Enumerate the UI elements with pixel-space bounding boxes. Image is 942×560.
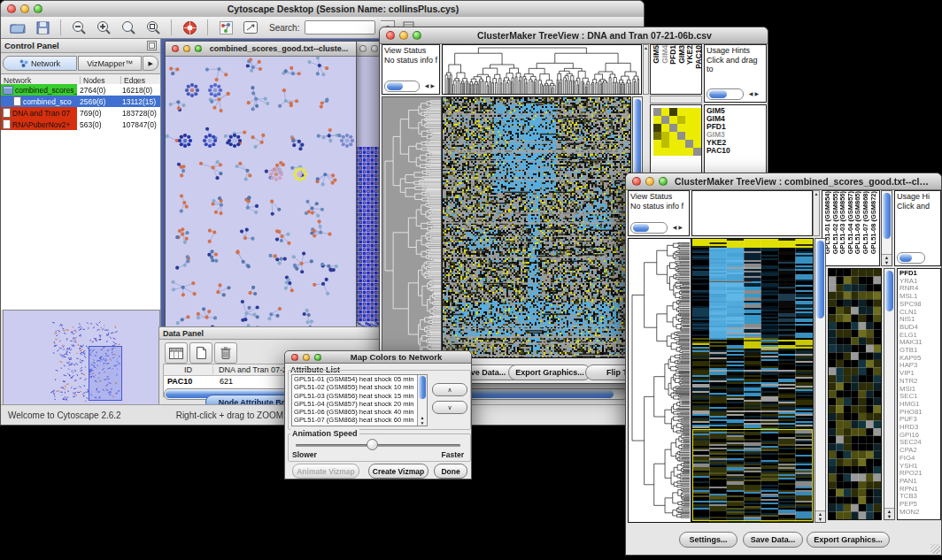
scroll-up-icon[interactable]: ▲	[644, 45, 648, 50]
zoom-button[interactable]	[659, 177, 668, 186]
gene-list-scrollbar[interactable]: ▲▼	[884, 268, 895, 520]
network-view-canvas[interactable]	[166, 57, 354, 332]
network-row[interactable]: combined_sco2569(6)13112(15)	[1, 96, 160, 107]
scroll-down-icon[interactable]: ▼	[884, 260, 889, 265]
usage-hints-scrollbar[interactable]: ◀▶	[706, 88, 744, 100]
zoom-fit-button[interactable]	[143, 19, 163, 36]
scroll-down-icon[interactable]: ▼	[818, 517, 822, 522]
row-dendrogram[interactable]	[382, 96, 442, 358]
zoom-button[interactable]	[195, 45, 202, 52]
delete-attribute-button[interactable]	[214, 342, 237, 364]
zoom-heatmap[interactable]	[828, 268, 882, 520]
col-labels-scrollbar[interactable]: ▲▼	[881, 190, 892, 266]
select-attributes-button[interactable]	[165, 342, 188, 364]
float-panel-icon[interactable]	[147, 41, 157, 50]
close-button[interactable]	[386, 31, 395, 40]
save-data-button[interactable]: Save Data...	[743, 532, 803, 548]
minimize-button[interactable]	[399, 31, 408, 40]
close-button[interactable]	[359, 45, 367, 52]
view-status-scrollbar[interactable]: ◀▶	[630, 222, 668, 234]
column-header-edges[interactable]: Edges	[121, 76, 160, 85]
attribute-item[interactable]: GPL51-03 (GSM856) heat shock 15 min	[292, 392, 427, 400]
zoom-heatmap-canvas[interactable]	[829, 269, 881, 519]
scrollbar-thumb[interactable]	[883, 193, 891, 239]
export-graphics-button[interactable]: Export Graphics...	[807, 532, 890, 548]
scroll-right-icon[interactable]: ▶	[678, 225, 684, 230]
animate-vizmap-button[interactable]: Animate Vizmap	[292, 464, 359, 479]
treeview1-titlebar[interactable]: ClusterMaker TreeView : DNA and Tran 07-…	[380, 27, 768, 44]
minimize-button[interactable]	[303, 354, 310, 361]
move-down-button[interactable]: ∨	[432, 401, 467, 414]
zoom-button[interactable]	[34, 4, 42, 13]
column-header-nodes[interactable]: Nodes	[81, 76, 121, 85]
network-view-window[interactable]: combined_scores_good.txt--cluste...	[165, 41, 357, 334]
search-input[interactable]	[305, 20, 375, 35]
close-button[interactable]	[291, 354, 298, 361]
tv1-mini-heatmap[interactable]	[653, 108, 701, 156]
zoom-button[interactable]	[314, 354, 321, 361]
attribute-item[interactable]: GPL51-07 (GSM868) heat shock 60 min	[292, 416, 427, 424]
global-heatmap-canvas[interactable]	[692, 239, 813, 522]
attribute-list-scrollbar[interactable]: ▲▼	[417, 375, 427, 426]
scrollbar-thumb[interactable]	[900, 254, 912, 262]
row-dendrogram-canvas[interactable]	[629, 239, 691, 522]
attribute-item[interactable]: GPL51-02 (GSM855) heat shock 10 min	[292, 383, 427, 391]
global-heatmap[interactable]	[691, 238, 814, 523]
network-row[interactable]: combined_scores_2764(0)16218(0)	[1, 84, 160, 96]
create-vizmap-button[interactable]: Create Vizmap	[368, 464, 429, 479]
row-dendrogram[interactable]	[628, 238, 691, 523]
scroll-down-icon[interactable]: ▼	[887, 514, 892, 519]
network-row[interactable]: DNA and Tran 07769(0)183728(0)	[1, 107, 160, 119]
dialog-titlebar[interactable]: Map Colors to Network	[285, 351, 471, 364]
attribute-item[interactable]: GPL51-04 (GSM857) heat shock 20 min	[292, 400, 427, 408]
network-window-titlebar[interactable]: combined_scores_good.txt--cluste...	[166, 42, 356, 57]
zoom-selected-button[interactable]	[119, 19, 138, 36]
vizmapper-button[interactable]	[216, 19, 236, 36]
scrollbar-thumb[interactable]	[816, 241, 824, 318]
column-dendrogram-panel[interactable]	[691, 190, 813, 236]
global-heatmap-canvas[interactable]	[443, 97, 630, 357]
attribute-item[interactable]: GPL51-06 (GSM865) heat shock 40 min	[292, 408, 427, 416]
help-button[interactable]	[180, 19, 199, 36]
column-dendrogram-canvas[interactable]	[443, 45, 641, 94]
close-button[interactable]	[7, 4, 16, 13]
zoom-button[interactable]	[413, 31, 421, 40]
heatmap-vscrollbar[interactable]: ▲▼	[815, 238, 826, 523]
resize-grip[interactable]	[930, 544, 940, 554]
close-button[interactable]	[632, 177, 641, 186]
treeview2-titlebar[interactable]: ClusterMaker TreeView : combined_scores_…	[626, 173, 941, 190]
open-session-button[interactable]	[8, 19, 27, 36]
tab-overflow-button[interactable]: ▶	[143, 56, 158, 71]
minimize-button[interactable]	[645, 177, 654, 186]
zoom-in-button[interactable]	[94, 19, 113, 36]
close-button[interactable]	[172, 45, 179, 52]
overview-canvas[interactable]	[4, 311, 158, 403]
scrollbar-thumb[interactable]	[633, 224, 649, 232]
scroll-right-icon[interactable]: ▶	[430, 83, 436, 88]
row-dendrogram-canvas[interactable]	[382, 97, 441, 357]
move-up-button[interactable]: ∧	[432, 383, 467, 396]
scrollbar-thumb[interactable]	[387, 82, 403, 90]
annotation-button[interactable]	[241, 19, 260, 36]
column-dendrogram[interactable]	[442, 44, 642, 95]
animation-speed-slider[interactable]	[296, 444, 460, 447]
save-session-button[interactable]	[33, 19, 52, 36]
scroll-right-icon[interactable]: ▶	[754, 91, 761, 96]
scrollbar-thumb[interactable]	[419, 376, 426, 399]
splitter-strip[interactable]: ▲	[813, 190, 820, 236]
column-header-network[interactable]: Network	[1, 76, 81, 85]
minimize-button[interactable]	[183, 45, 190, 52]
scroll-down-icon[interactable]: ▼	[421, 420, 425, 426]
zoom-panel-scroll-strip[interactable]	[650, 96, 702, 104]
scrollbar-thumb[interactable]	[885, 271, 893, 311]
scroll-up-icon[interactable]: ▲	[815, 191, 819, 196]
column-header-id[interactable]: ID	[164, 365, 213, 374]
view-status-scrollbar[interactable]: ◀▶	[384, 81, 420, 92]
done-button[interactable]: Done	[434, 464, 467, 479]
usage-hints-scrollbar[interactable]	[897, 252, 925, 264]
global-heatmap[interactable]	[442, 96, 631, 358]
slider-thumb[interactable]	[367, 439, 378, 450]
network-row[interactable]: RNAPuberNov2+563(0)107847(0)	[1, 119, 160, 130]
zoom-out-button[interactable]	[69, 19, 89, 36]
attribute-list[interactable]: GPL51-01 (GSM854) heat shock 05 minGPL51…	[291, 374, 428, 426]
